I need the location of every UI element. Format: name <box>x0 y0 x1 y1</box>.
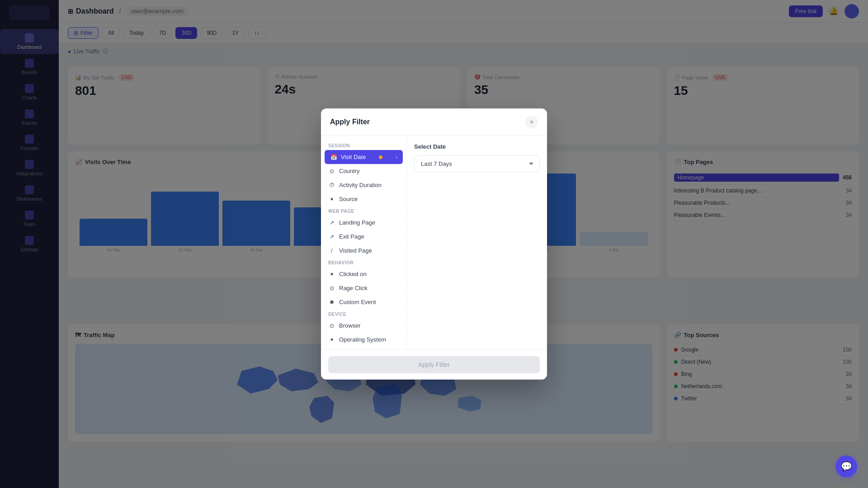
filter-option-activity-duration[interactable]: ⏱ Activity Duration <box>321 178 406 192</box>
chat-icon: 💬 <box>841 461 852 472</box>
filter-option-custom-event[interactable]: ✱ Custom Event <box>321 295 406 309</box>
apply-filter-modal: Apply Filter × Session 📅 Visit Date › ⊙ … <box>321 108 547 380</box>
os-icon: ✦ <box>328 337 335 343</box>
filter-option-landing-page[interactable]: ↗ Landing Page <box>321 216 406 230</box>
exit-page-icon: ↗ <box>328 234 335 240</box>
section-label-webpage: Web Page <box>321 206 406 216</box>
custom-event-icon: ✱ <box>328 299 335 305</box>
clicked-on-icon: ✦ <box>328 271 335 277</box>
modal-overlay[interactable]: Apply Filter × Session 📅 Visit Date › ⊙ … <box>0 0 868 488</box>
filter-option-visited-page[interactable]: / Visited Page <box>321 244 406 258</box>
visit-date-icon: 📅 <box>330 154 337 160</box>
filter-option-clicked-on[interactable]: ✦ Clicked on <box>321 267 406 281</box>
browser-icon: ⊙ <box>328 323 335 329</box>
landing-page-icon: ↗ <box>328 220 335 226</box>
modal-close-button[interactable]: × <box>525 116 538 128</box>
filter-option-visit-date[interactable]: 📅 Visit Date › <box>325 150 403 164</box>
section-label-session: Session <box>321 141 406 150</box>
modal-body: Session 📅 Visit Date › ⊙ Country ⏱ Activ… <box>321 136 547 349</box>
rage-click-icon: ⊙ <box>328 285 335 291</box>
country-icon: ⊙ <box>328 168 335 174</box>
filter-active-badge <box>379 155 382 159</box>
modal-footer: Apply Filter <box>321 349 547 380</box>
filter-option-operating-system[interactable]: ✦ Operating System <box>321 333 406 347</box>
modal-title: Apply Filter <box>330 118 370 126</box>
filter-option-country[interactable]: ⊙ Country <box>321 164 406 178</box>
settings-title: Select Date <box>414 143 540 150</box>
source-icon: ✦ <box>328 196 335 202</box>
filter-option-exit-page[interactable]: ↗ Exit Page <box>321 230 406 244</box>
filter-option-rage-click[interactable]: ⊙ Rage Click <box>321 281 406 295</box>
filter-option-browser[interactable]: ⊙ Browser <box>321 319 406 333</box>
chevron-icon: › <box>396 154 397 160</box>
activity-duration-icon: ⏱ <box>328 182 335 188</box>
visited-page-icon: / <box>328 248 335 254</box>
date-select[interactable]: Last 7 Days Last 14 Days Last 30 Days La… <box>414 155 540 172</box>
section-label-behavior: Behavior <box>321 258 406 267</box>
section-label-device: Device <box>321 309 406 319</box>
chat-widget[interactable]: 💬 <box>835 455 857 477</box>
filter-option-source[interactable]: ✦ Source <box>321 192 406 206</box>
filter-list: Session 📅 Visit Date › ⊙ Country ⏱ Activ… <box>321 136 407 349</box>
apply-filter-button[interactable]: Apply Filter <box>328 356 540 373</box>
modal-header: Apply Filter × <box>321 108 547 136</box>
filter-settings-panel: Select Date Last 7 Days Last 14 Days Las… <box>407 136 547 349</box>
